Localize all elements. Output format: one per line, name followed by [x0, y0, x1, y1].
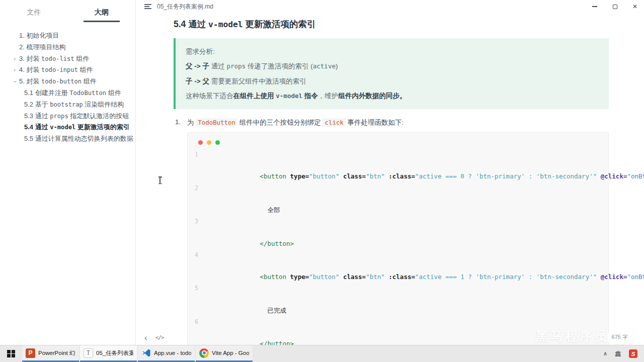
list-marker: 1. [174, 118, 187, 127]
taskbar-app-label: PowerPoint 幻灯... [38, 349, 75, 357]
vscode-icon [141, 348, 151, 358]
hamburger-menu-icon[interactable] [144, 4, 152, 9]
outline-item[interactable]: 5.3 通过 props 指定默认激活的按钮 [0, 111, 135, 122]
outline-item-label: 4. 封装 todo-input 组件 [19, 66, 93, 73]
sidebar-toggle-icon[interactable]: ‹ [144, 333, 147, 342]
list-item-1: 1. 为 TodoButton 组件中的三个按钮分别绑定 click 事件处理函… [174, 118, 609, 127]
title-bar: 05_任务列表案例.md ✕ [136, 0, 644, 13]
tab-files[interactable]: 文件 [0, 8, 68, 22]
line-number: 4 [188, 249, 207, 283]
outline-item-label: 3. 封装 todo-list 组件 [19, 55, 89, 62]
code-text: </button> [207, 216, 294, 249]
code-text: 全部 [207, 183, 280, 216]
code-line: 6 </button> [188, 316, 608, 345]
close-button[interactable]: ✕ [631, 3, 639, 11]
line-number: 5 [188, 283, 207, 316]
code-text: </button> [207, 316, 294, 345]
window-controls: ✕ [591, 0, 639, 13]
source-mode-icon[interactable]: </> [155, 334, 164, 341]
list-item-text: 为 TodoButton 组件中的三个按钮分别绑定 click 事件处理函数如下… [187, 118, 404, 127]
outline-item[interactable]: 5.1 创建并注册 TodoButton 组件 [0, 87, 135, 99]
sidebar: 文件 大纲 1. 初始化项目 2. 梳理项目结构 › [0, 0, 136, 345]
outline-item-label: 5. 封装 todo-button 组件 [19, 77, 97, 85]
taskbar-app-label: App.vue - todos -... [154, 350, 191, 356]
outline-item-label: 5.3 通过 props 指定默认激活的按钮 [24, 112, 129, 120]
section-heading: 5.4 通过 v-model 更新激活项的索引 [174, 18, 609, 30]
code-text: 已完成 [207, 283, 286, 316]
line-number: 3 [188, 216, 207, 249]
code-line: 4 <button type="button" class="btn" :cla… [188, 249, 608, 283]
line-number: 2 [188, 183, 207, 216]
green-dot-icon [215, 140, 220, 145]
ime-icon[interactable]: 鑫 [615, 349, 621, 358]
outline-item[interactable]: › 3. 封装 todo-list 组件 [0, 53, 135, 65]
outline-item-label: 1. 初始化项目 [19, 32, 59, 39]
quote-line: 这种场景下适合在组件上使用 v-model 指令，维护组件内外数据的同步。 [186, 92, 599, 101]
traffic-lights-icon [188, 136, 608, 149]
document-title: 05_任务列表案例.md [157, 3, 213, 11]
text-cursor-icon [159, 177, 160, 184]
start-button[interactable] [0, 345, 22, 362]
quote-line: 需求分析: [186, 47, 599, 56]
document-content: 5.4 通过 v-model 更新激活项的索引 需求分析: 父 -> 子 通过 … [136, 18, 644, 345]
outline-item-label: 5.4 通过 v-model 更新激活项的索引 [24, 123, 130, 131]
outline-item[interactable]: 5.2 基于 bootstrap 渲染组件结构 [0, 99, 135, 111]
minimize-button[interactable] [591, 3, 599, 11]
quote-line: 父 -> 子 通过 props 传递了激活项的索引 (active) [186, 62, 599, 71]
taskbar-app-button[interactable]: Vite App - Googl... [196, 345, 253, 362]
chevron-right-icon[interactable]: › [14, 64, 16, 76]
requirements-quote: 需求分析: 父 -> 子 通过 props 传递了激活项的索引 (active)… [174, 38, 609, 109]
windows-logo-icon [7, 350, 15, 358]
chevron-right-icon[interactable]: › [14, 53, 16, 65]
outline-list: 1. 初始化项目 2. 梳理项目结构 › 3. 封装 todo-list 组件 … [0, 22, 135, 145]
code-line: 2 全部 [188, 183, 608, 216]
taskbar-app-button[interactable]: App.vue - todos -... [138, 345, 195, 362]
outline-item[interactable]: 1. 初始化项目 [0, 30, 135, 42]
taskbar: P P PowerPoint 幻灯... T T 05_任务列表案例.... [0, 345, 644, 362]
line-number: 1 [188, 149, 207, 183]
tab-outline[interactable]: 大纲 [68, 8, 136, 22]
outline-item[interactable]: › 4. 封装 todo-input 组件 [0, 64, 135, 76]
word-count: 675 字 [608, 332, 632, 342]
outline-item[interactable]: 2. 梳理项目结构 [0, 42, 135, 53]
system-tray: ∧ 鑫 S [603, 345, 644, 362]
code-line: 5 已完成 [188, 283, 608, 316]
editor-footer: ‹ </> [144, 333, 164, 342]
yellow-dot-icon [207, 140, 211, 145]
chevron-right-icon[interactable]: › [9, 80, 21, 82]
maximize-button[interactable] [611, 3, 619, 11]
outline-item-label: 5.2 基于 bootstrap 渲染组件结构 [24, 101, 124, 108]
typora-icon: T [84, 348, 93, 358]
outline-item-label: 5.5 通过计算属性动态切换列表的数据 [24, 135, 133, 142]
tray-chevron-icon[interactable]: ∧ [603, 350, 607, 357]
taskbar-apps: P P PowerPoint 幻灯... T T 05_任务列表案例.... [22, 345, 254, 362]
taskbar-app-label: 05_任务列表案例.... [96, 349, 133, 357]
code-lines: 1 <button type="button" class="btn" :cla… [188, 149, 608, 345]
line-number: 6 [188, 316, 207, 345]
code-text: <button type="button" class="btn" :class… [207, 149, 644, 183]
taskbar-app-button[interactable]: T T 05_任务列表案例.... [80, 345, 137, 362]
outline-item[interactable]: 5.4 通过 v-model 更新激活项的索引 [0, 122, 135, 133]
outline-item-label: 2. 梳理项目结构 [19, 43, 65, 51]
quote-line: 子 -> 父 需要更新父组件中激活项的索引 [186, 77, 599, 86]
taskbar-app-button[interactable]: P P PowerPoint 幻灯... [22, 345, 79, 362]
outline-item-label: 5.1 创建并注册 TodoButton 组件 [24, 89, 121, 97]
code-line: 1 <button type="button" class="btn" :cla… [188, 149, 608, 183]
outline-item[interactable]: 5.5 通过计算属性动态切换列表的数据 [0, 133, 135, 145]
taskbar-app-label: Vite App - Googl... [212, 350, 249, 356]
sidebar-tabs: 文件 大纲 [0, 0, 135, 22]
outline-item[interactable]: › 5. 封装 todo-button 组件 [0, 76, 135, 87]
code-block-html: 1 <button type="button" class="btn" :cla… [187, 132, 609, 345]
code-text: <button type="button" class="btn" :class… [207, 249, 644, 283]
screen: 文件 大纲 1. 初始化项目 2. 梳理项目结构 › [0, 0, 644, 362]
editor-window: 05_任务列表案例.md ✕ 5.4 通过 v-model 更新激活项的索引 需… [136, 0, 644, 345]
sogou-input-icon[interactable]: S [629, 349, 637, 358]
chrome-icon [199, 348, 209, 358]
powerpoint-icon: P [26, 348, 35, 358]
code-line: 3 </button> [188, 216, 608, 249]
red-dot-icon [198, 140, 203, 145]
